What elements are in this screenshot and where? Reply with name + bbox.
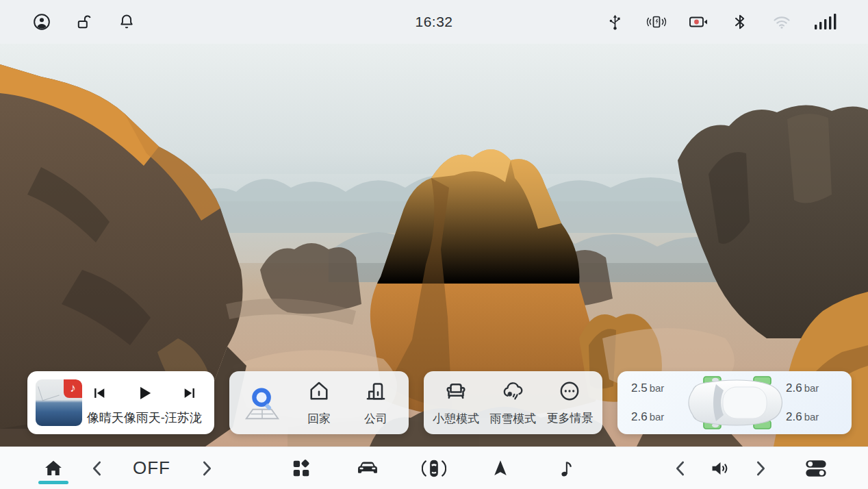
car-top-view	[683, 379, 786, 426]
dock-quick-controls-button[interactable]	[802, 452, 830, 485]
tire-front-left-value: 2.5bar	[631, 381, 664, 395]
car-home-screen: 16:32	[0, 0, 868, 489]
nav-office-shortcut[interactable]: 公司	[348, 377, 405, 429]
scene-more[interactable]: 更多情景	[541, 377, 598, 429]
office-building-icon	[363, 379, 388, 406]
climate-decrease-chevron[interactable]	[88, 455, 105, 482]
tire-rear-right-value: 2.6bar	[786, 410, 819, 424]
song-title[interactable]: 像晴天像雨天-汪苏泷	[87, 410, 202, 426]
tire-pressure-card[interactable]: 2.5bar 2.6bar	[617, 371, 852, 434]
scene-more-label: 更多情景	[546, 410, 593, 426]
dock-apps-button[interactable]	[288, 452, 315, 485]
previous-track-button[interactable]	[92, 386, 107, 401]
scene-rain-snow-label: 雨雪模式	[489, 411, 536, 427]
scene-rain-snow-mode[interactable]: 雨雪模式	[485, 377, 541, 429]
scene-nap-label: 小憩模式	[433, 411, 479, 427]
bottom-dock: OFF	[0, 447, 868, 489]
scene-card: 小憩模式 雨雪模式	[424, 371, 602, 434]
dock-navigation-button[interactable]	[487, 452, 514, 485]
media-card[interactable]: ♪	[27, 371, 214, 434]
play-button[interactable]	[136, 384, 153, 402]
navigation-card: 回家 公司	[229, 371, 408, 434]
tire-front-right-value: 2.6bar	[786, 381, 819, 395]
album-art-sketch	[38, 381, 60, 401]
volume-down-chevron[interactable]	[671, 455, 689, 482]
nav-office-label: 公司	[364, 411, 387, 427]
volume-up-chevron[interactable]	[752, 455, 769, 482]
more-dots-icon	[558, 379, 581, 405]
clock: 16:32	[0, 14, 868, 30]
home-outline-icon	[307, 379, 331, 406]
dock-parking-view-button[interactable]	[420, 452, 448, 485]
map-shortcut[interactable]	[233, 377, 290, 429]
dock-vehicle-button[interactable]	[354, 452, 381, 485]
tire-rear-left-value: 2.6bar	[631, 410, 664, 424]
quick-cards-row: ♪	[27, 371, 852, 434]
dock-music-button[interactable]	[553, 452, 580, 485]
nav-home-label: 回家	[307, 411, 331, 427]
dock-home-button[interactable]	[40, 452, 67, 485]
cloud-snow-icon	[500, 379, 526, 406]
dock-home-active-indicator	[38, 481, 68, 484]
next-track-button[interactable]	[182, 386, 197, 401]
climate-temperature-value[interactable]: OFF	[126, 457, 177, 479]
scene-nap-mode[interactable]: 小憩模式	[428, 377, 485, 429]
nav-home-shortcut[interactable]: 回家	[290, 377, 347, 429]
dock-volume-button[interactable]	[706, 452, 734, 485]
album-art[interactable]: ♪	[36, 379, 82, 426]
climate-increase-chevron[interactable]	[198, 455, 216, 482]
armchair-icon	[444, 379, 468, 406]
status-bar: 16:32	[0, 0, 868, 44]
netease-music-logo-icon: ♪	[64, 379, 82, 398]
